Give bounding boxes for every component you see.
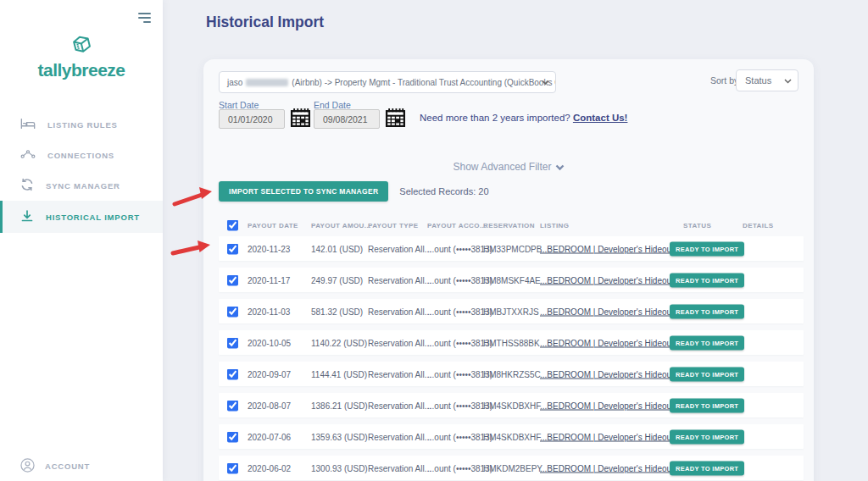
sidebar-item-label: SYNC MANAGER — [46, 181, 120, 191]
col-details: DETAILS — [743, 222, 773, 229]
show-advanced-filter[interactable]: Show Advanced Filter — [203, 161, 814, 173]
redacted-text — [246, 79, 288, 86]
sidebar-item-historical-import[interactable]: HISTORICAL IMPORT — [0, 201, 163, 233]
table-row: 2020-09-07 1144.41 (USD) Reservation All… — [219, 362, 804, 386]
listing-link[interactable]: ...BEDROOM | Developer's Hideout — [540, 401, 674, 410]
chevron-down-icon — [784, 75, 792, 86]
payout-amount: 581.32 (USD) — [311, 307, 363, 316]
payout-amount: 1144.41 (USD) — [311, 369, 367, 379]
table-header: PAYOUT DATE PAYOUT AMOU... PAYOUT TYPE P… — [219, 217, 804, 234]
col-reservation: RESERVATION — [483, 222, 535, 229]
sidebar-item-label: HISTORICAL IMPORT — [46, 213, 140, 222]
listing-link[interactable]: ...BEDROOM | Developer's Hideout — [540, 463, 674, 473]
payout-date: 2020-10-05 — [248, 338, 291, 347]
payout-date: 2020-11-03 — [248, 307, 290, 316]
annotation-arrow-first-row — [170, 236, 214, 258]
reservation-code: HMBJTXXRJS — [483, 307, 539, 316]
sidebar-item-sync-manager[interactable]: SYNC MANAGER — [0, 170, 163, 201]
menu-icon[interactable] — [138, 10, 151, 23]
import-selected-button[interactable]: IMPORT SELECTED TO SYNC MANAGER — [219, 181, 388, 202]
payout-amount: 1359.63 (USD) — [311, 432, 368, 441]
row-checkbox[interactable] — [227, 337, 238, 348]
chevron-down-icon — [555, 164, 565, 171]
payout-date: 2020-08-07 — [248, 401, 291, 410]
sort-select[interactable]: Status — [736, 69, 798, 91]
listing-link[interactable]: ...BEDROOM | Developer's Hideout — [540, 432, 674, 441]
table-body: 2020-11-23 142.01 (USD) Reservation All.… — [219, 236, 804, 481]
page-title: Historical Import — [206, 14, 324, 31]
listing-link[interactable]: ...BEDROOM | Developer's Hideout — [540, 338, 674, 347]
reservation-code: HM4SKDBXHF — [483, 401, 541, 410]
payout-amount: 1300.93 (USD) — [311, 463, 368, 473]
payout-type: Reservation All... — [368, 401, 431, 410]
sidebar-item-account[interactable]: ACCOUNT — [20, 458, 90, 474]
col-payout-date: PAYOUT DATE — [248, 222, 298, 229]
status-badge: READY TO IMPORT — [670, 273, 744, 287]
status-badge: READY TO IMPORT — [670, 429, 744, 444]
listing-link[interactable]: ...BEDROOM | Developer's Hideout — [540, 307, 674, 316]
col-status: STATUS — [683, 222, 711, 229]
sort-by-label: Sort by — [710, 75, 738, 86]
payout-type: Reservation All... — [368, 369, 431, 379]
payout-date: 2020-09-07 — [248, 369, 291, 379]
table-row: 2020-11-03 581.32 (USD) Reservation All.… — [219, 299, 804, 323]
status-badge: READY TO IMPORT — [670, 461, 744, 475]
table-row: 2020-10-05 1140.22 (USD) Reservation All… — [219, 330, 804, 355]
chevron-down-icon — [542, 78, 549, 87]
table-row: 2020-07-06 1359.63 (USD) Reservation All… — [219, 424, 804, 449]
reservation-code: HMKDM2BEPY — [483, 463, 542, 473]
row-checkbox[interactable] — [227, 431, 238, 442]
col-payout-account: PAYOUT ACCO... — [427, 222, 487, 229]
payout-amount: 249.97 (USD) — [311, 275, 363, 285]
toolbar: IMPORT SELECTED TO SYNC MANAGER Selected… — [219, 181, 489, 202]
sidebar-item-label: CONNECTIONS — [47, 151, 114, 160]
brand-name: tallybreeze — [0, 60, 163, 80]
logo: tallybreeze — [0, 32, 163, 80]
sidebar-item-connections[interactable]: CONNECTIONS — [0, 140, 163, 170]
table-row: 2020-11-17 249.97 (USD) Reservation All.… — [219, 268, 804, 292]
sidebar-item-label: LISTING RULES — [47, 120, 118, 130]
start-date-input[interactable] — [219, 109, 285, 129]
selected-records-count: Selected Records: 20 — [399, 186, 488, 196]
payout-date: 2020-11-23 — [248, 244, 290, 253]
status-badge: READY TO IMPORT — [670, 241, 744, 256]
connection-selected-value: jaso(Airbnb) -> Property Mgmt - Traditio… — [227, 78, 556, 87]
calendar-icon[interactable] — [384, 107, 407, 133]
sidebar: tallybreeze LISTING RULES CONNECTIONS — [0, 0, 163, 481]
reservation-code: HM33PMCDPB — [483, 244, 542, 253]
payout-amount: 1140.22 (USD) — [311, 338, 367, 347]
listing-link[interactable]: ...BEDROOM | Developer's Hideout — [540, 369, 674, 379]
table-row: 2020-08-07 1386.21 (USD) Reservation All… — [219, 393, 804, 417]
reservation-code: HM8HKRZS5C — [483, 369, 541, 379]
import-note: Need more than 2 years imported? Contact… — [420, 113, 627, 123]
end-date-input[interactable] — [314, 109, 380, 129]
row-checkbox[interactable] — [227, 274, 238, 285]
sidebar-item-listing-rules[interactable]: LISTING RULES — [0, 109, 163, 140]
contact-us-link[interactable]: Contact Us! — [573, 113, 628, 123]
listing-link[interactable]: ...BEDROOM | Developer's Hideout — [540, 244, 674, 253]
bed-icon — [20, 118, 36, 131]
person-icon — [20, 458, 35, 474]
row-checkbox[interactable] — [227, 243, 238, 254]
row-checkbox[interactable] — [227, 400, 238, 411]
col-payout-amount: PAYOUT AMOU... — [311, 222, 371, 229]
table-row: 2020-11-23 142.01 (USD) Reservation All.… — [219, 236, 804, 261]
payout-type: Reservation All... — [368, 338, 431, 347]
listing-link[interactable]: ...BEDROOM | Developer's Hideout — [540, 275, 674, 285]
calendar-icon[interactable] — [289, 107, 312, 133]
col-payout-type: PAYOUT TYPE — [368, 222, 419, 229]
select-all-checkbox[interactable] — [227, 220, 238, 231]
annotation-arrow-import-button — [172, 184, 216, 209]
connection-select[interactable]: jaso(Airbnb) -> Property Mgmt - Traditio… — [219, 71, 556, 93]
payout-date: 2020-11-17 — [248, 275, 290, 285]
reservation-code: HM4SKDBXHF — [483, 432, 541, 441]
row-checkbox[interactable] — [227, 306, 238, 317]
main-area: Historical Import jaso(Airbnb) -> Proper… — [163, 0, 868, 481]
payout-amount: 142.01 (USD) — [311, 244, 363, 253]
reservation-code: HMTHSS88BK — [483, 338, 540, 347]
status-badge: READY TO IMPORT — [670, 398, 744, 412]
row-checkbox[interactable] — [227, 368, 238, 379]
payout-type: Reservation All... — [368, 463, 431, 473]
payout-date: 2020-07-06 — [248, 432, 291, 441]
row-checkbox[interactable] — [227, 462, 238, 473]
